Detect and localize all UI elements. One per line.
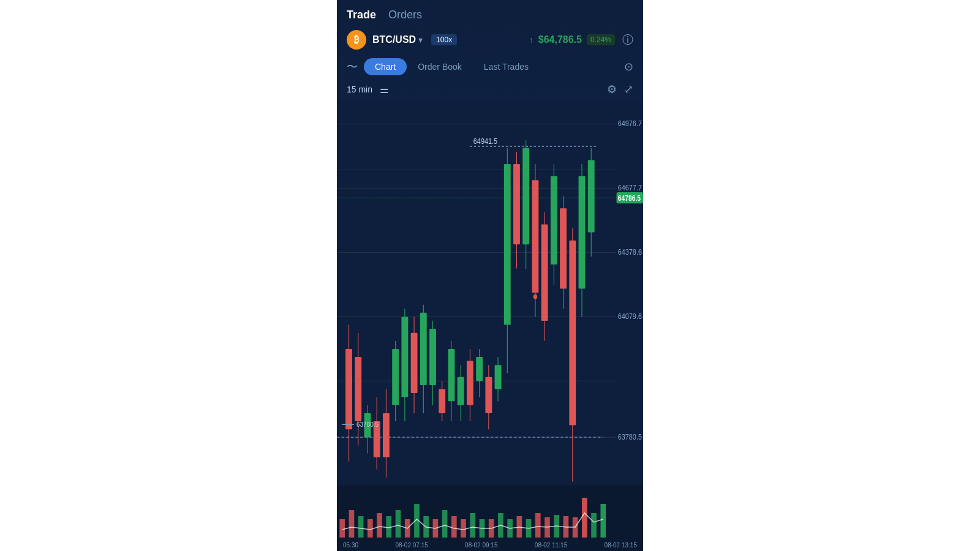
svg-rect-30 (429, 329, 436, 385)
svg-rect-79 (377, 513, 382, 538)
symbol-selector[interactable]: BTC/USD ▾ (372, 34, 423, 45)
svg-rect-81 (396, 510, 401, 538)
svg-point-55 (533, 294, 538, 299)
svg-rect-28 (420, 313, 427, 385)
expand-icon[interactable]: ⤢ (624, 83, 633, 96)
svg-rect-40 (476, 357, 483, 381)
svg-rect-42 (485, 377, 492, 413)
svg-rect-75 (339, 519, 345, 538)
tab-order-book[interactable]: Order Book (407, 58, 473, 75)
svg-text:64677.7: 64677.7 (618, 183, 643, 192)
svg-rect-22 (392, 349, 399, 405)
price-change-badge: 0.24% (587, 34, 615, 45)
svg-text:64079.6: 64079.6 (618, 312, 643, 321)
svg-rect-46 (504, 164, 511, 325)
current-price: $64,786.5 (538, 34, 582, 45)
svg-rect-50 (522, 148, 529, 245)
timestamp-1: 05:30 (343, 542, 358, 549)
symbol-text: BTC/USD (372, 34, 416, 45)
svg-rect-57 (551, 176, 557, 264)
volume-chart (337, 485, 643, 541)
timestamp-4: 08-02 11:15 (535, 542, 567, 549)
svg-rect-59 (560, 208, 567, 288)
svg-text:64786.5: 64786.5 (618, 194, 641, 202)
chart-toolbar: 15 min ⚌ ⚙ ⤢ (337, 79, 643, 100)
chart-activity-icon: 〜 (347, 59, 358, 74)
trading-panel: Trade Orders ₿ BTC/USD ▾ 100x ↑ $64,786.… (337, 0, 643, 551)
tab-trade[interactable]: Trade (347, 9, 376, 21)
svg-rect-54 (541, 224, 548, 321)
svg-rect-44 (495, 365, 502, 389)
price-section: ↑ $64,786.5 0.24% ⓘ (529, 32, 633, 47)
chart-area: 64941.5 (337, 100, 643, 485)
svg-rect-14 (355, 357, 361, 421)
svg-rect-103 (600, 504, 606, 538)
indicator-icon[interactable]: ⚌ (380, 84, 388, 96)
low-price-value: 63780.5 (356, 421, 379, 428)
timestamp-3: 08-02 09:15 (465, 542, 497, 549)
candlestick-chart: 64941.5 (337, 100, 643, 485)
svg-rect-48 (513, 164, 520, 244)
settings-icon[interactable]: ⚙ (607, 83, 617, 96)
svg-text:64941.5: 64941.5 (473, 137, 498, 146)
svg-rect-101 (582, 498, 587, 538)
dropdown-arrow-icon: ▾ (418, 35, 423, 45)
svg-rect-88 (461, 519, 466, 538)
chart-tab-bar: 〜 Chart Order Book Last Trades ⊙ (337, 54, 643, 79)
svg-rect-77 (358, 516, 364, 538)
svg-rect-86 (442, 510, 448, 538)
svg-rect-63 (579, 176, 586, 289)
tab-chart[interactable]: Chart (364, 58, 407, 75)
svg-rect-87 (451, 516, 457, 538)
svg-rect-52 (532, 180, 538, 293)
help-icon[interactable]: ⊙ (624, 60, 633, 73)
symbol-row: ₿ BTC/USD ▾ 100x ↑ $64,786.5 0.24% ⓘ (337, 26, 643, 54)
low-price-marker: 63780.5 (342, 421, 379, 428)
svg-rect-96 (535, 513, 541, 538)
svg-rect-61 (569, 241, 576, 425)
tab-last-trades[interactable]: Last Trades (473, 58, 540, 75)
btc-icon: ₿ (347, 30, 366, 50)
volume-area (337, 485, 643, 541)
info-icon[interactable]: ⓘ (622, 32, 633, 47)
svg-rect-26 (411, 333, 418, 393)
svg-rect-34 (448, 349, 455, 401)
svg-rect-12 (345, 349, 352, 429)
tab-orders[interactable]: Orders (388, 9, 422, 21)
svg-rect-65 (588, 160, 595, 232)
svg-rect-38 (467, 361, 473, 405)
svg-rect-102 (591, 513, 597, 538)
header: Trade Orders (337, 0, 643, 26)
svg-rect-24 (401, 317, 408, 397)
svg-rect-78 (368, 519, 373, 538)
timestamp-5: 08-02 13:15 (605, 542, 637, 549)
svg-text:64976.7: 64976.7 (618, 119, 643, 128)
time-axis: 05:30 08-02 07:15 08-02 09:15 08-02 11:1… (337, 541, 643, 551)
svg-rect-76 (349, 510, 355, 538)
timestamp-2: 08-02 07:15 (395, 542, 428, 549)
svg-rect-36 (458, 377, 464, 405)
svg-text:64378.6: 64378.6 (618, 247, 643, 257)
leverage-badge: 100x (431, 34, 457, 45)
price-up-arrow-icon: ↑ (529, 35, 533, 45)
timeframe-button[interactable]: 15 min (347, 84, 372, 94)
svg-rect-89 (470, 513, 475, 538)
svg-rect-20 (383, 413, 390, 457)
svg-rect-32 (439, 389, 445, 413)
svg-text:63780.5: 63780.5 (618, 432, 643, 441)
